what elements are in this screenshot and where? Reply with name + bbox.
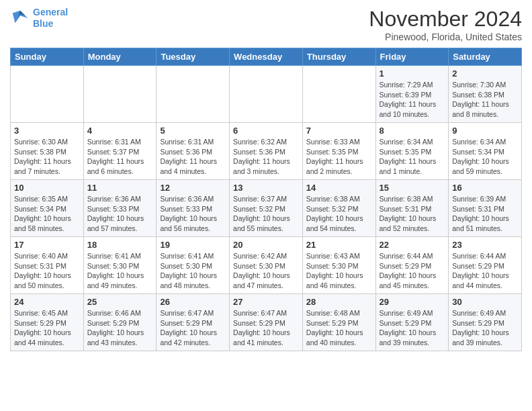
calendar-week-row: 24Sunrise: 6:45 AM Sunset: 5:29 PM Dayli… — [11, 294, 522, 351]
calendar-day-cell: 13Sunrise: 6:37 AM Sunset: 5:32 PM Dayli… — [230, 180, 303, 237]
day-number: 5 — [160, 126, 226, 136]
day-info: Sunrise: 6:33 AM Sunset: 5:35 PM Dayligh… — [306, 137, 372, 177]
day-info: Sunrise: 6:44 AM Sunset: 5:29 PM Dayligh… — [452, 251, 518, 291]
day-info: Sunrise: 6:49 AM Sunset: 5:29 PM Dayligh… — [452, 308, 518, 348]
month-title: November 2024 — [369, 7, 522, 32]
day-number: 4 — [87, 126, 153, 136]
day-number: 13 — [233, 183, 299, 193]
day-info: Sunrise: 6:37 AM Sunset: 5:32 PM Dayligh… — [233, 194, 299, 234]
calendar-header-cell: Wednesday — [230, 48, 303, 66]
day-number: 15 — [380, 183, 445, 193]
calendar-day-cell: 20Sunrise: 6:42 AM Sunset: 5:30 PM Dayli… — [230, 237, 303, 294]
day-number: 10 — [14, 183, 80, 193]
day-number: 7 — [306, 126, 372, 136]
day-number: 26 — [160, 297, 226, 307]
day-info: Sunrise: 6:42 AM Sunset: 5:30 PM Dayligh… — [233, 251, 299, 291]
day-info: Sunrise: 6:31 AM Sunset: 5:37 PM Dayligh… — [87, 137, 153, 177]
calendar-day-cell: 16Sunrise: 6:39 AM Sunset: 5:31 PM Dayli… — [449, 180, 522, 237]
day-number: 9 — [452, 126, 518, 136]
day-info: Sunrise: 6:40 AM Sunset: 5:31 PM Dayligh… — [14, 251, 80, 291]
calendar-body: 1Sunrise: 7:29 AM Sunset: 6:39 PM Daylig… — [11, 66, 522, 351]
calendar-day-cell: 6Sunrise: 6:32 AM Sunset: 5:36 PM Daylig… — [230, 123, 303, 180]
day-number: 12 — [160, 183, 226, 193]
day-info: Sunrise: 6:47 AM Sunset: 5:29 PM Dayligh… — [160, 308, 226, 348]
calendar-day-cell: 28Sunrise: 6:48 AM Sunset: 5:29 PM Dayli… — [302, 294, 375, 351]
day-number: 2 — [452, 68, 518, 79]
calendar-header-row: SundayMondayTuesdayWednesdayThursdayFrid… — [11, 48, 522, 66]
day-info: Sunrise: 6:30 AM Sunset: 5:38 PM Dayligh… — [14, 137, 80, 177]
day-info: Sunrise: 6:39 AM Sunset: 5:31 PM Dayligh… — [452, 194, 518, 234]
day-number: 6 — [233, 126, 299, 136]
day-number: 25 — [87, 297, 153, 307]
day-number: 24 — [14, 297, 80, 307]
calendar-day-cell — [302, 66, 375, 123]
calendar-day-cell: 12Sunrise: 6:36 AM Sunset: 5:33 PM Dayli… — [157, 180, 230, 237]
page: General Blue November 2024 Pinewood, Flo… — [0, 0, 532, 358]
calendar-day-cell: 4Sunrise: 6:31 AM Sunset: 5:37 PM Daylig… — [83, 123, 157, 180]
calendar-day-cell: 27Sunrise: 6:47 AM Sunset: 5:29 PM Dayli… — [230, 294, 303, 351]
day-info: Sunrise: 6:48 AM Sunset: 5:29 PM Dayligh… — [306, 308, 372, 348]
day-number: 20 — [233, 240, 299, 250]
day-info: Sunrise: 6:34 AM Sunset: 5:34 PM Dayligh… — [452, 137, 518, 177]
calendar-day-cell: 18Sunrise: 6:41 AM Sunset: 5:30 PM Dayli… — [83, 237, 157, 294]
calendar-week-row: 1Sunrise: 7:29 AM Sunset: 6:39 PM Daylig… — [11, 66, 522, 123]
calendar-header-cell: Monday — [83, 48, 157, 66]
calendar-day-cell: 11Sunrise: 6:36 AM Sunset: 5:33 PM Dayli… — [83, 180, 157, 237]
calendar-day-cell: 21Sunrise: 6:43 AM Sunset: 5:30 PM Dayli… — [302, 237, 375, 294]
calendar-week-row: 17Sunrise: 6:40 AM Sunset: 5:31 PM Dayli… — [11, 237, 522, 294]
location-subtitle: Pinewood, Florida, United States — [369, 32, 522, 42]
day-info: Sunrise: 6:44 AM Sunset: 5:29 PM Dayligh… — [380, 251, 445, 291]
day-info: Sunrise: 6:38 AM Sunset: 5:32 PM Dayligh… — [306, 194, 372, 234]
day-number: 14 — [306, 183, 372, 193]
day-info: Sunrise: 6:32 AM Sunset: 5:36 PM Dayligh… — [233, 137, 299, 177]
logo-icon — [10, 8, 30, 28]
calendar-day-cell: 26Sunrise: 6:47 AM Sunset: 5:29 PM Dayli… — [157, 294, 230, 351]
calendar-day-cell: 23Sunrise: 6:44 AM Sunset: 5:29 PM Dayli… — [449, 237, 522, 294]
calendar-day-cell — [230, 66, 303, 123]
day-number: 30 — [452, 297, 518, 307]
day-number: 21 — [306, 240, 372, 250]
day-info: Sunrise: 6:41 AM Sunset: 5:30 PM Dayligh… — [160, 251, 226, 291]
day-info: Sunrise: 6:41 AM Sunset: 5:30 PM Dayligh… — [87, 251, 153, 291]
day-number: 8 — [380, 126, 445, 136]
day-info: Sunrise: 7:30 AM Sunset: 6:38 PM Dayligh… — [452, 80, 518, 120]
day-number: 1 — [380, 68, 445, 79]
calendar-header-cell: Tuesday — [157, 48, 230, 66]
calendar-week-row: 3Sunrise: 6:30 AM Sunset: 5:38 PM Daylig… — [11, 123, 522, 180]
calendar-day-cell: 10Sunrise: 6:35 AM Sunset: 5:34 PM Dayli… — [11, 180, 84, 237]
calendar-day-cell: 3Sunrise: 6:30 AM Sunset: 5:38 PM Daylig… — [11, 123, 84, 180]
calendar-day-cell: 8Sunrise: 6:34 AM Sunset: 5:35 PM Daylig… — [375, 123, 449, 180]
logo-text: General Blue — [33, 7, 68, 30]
day-number: 23 — [452, 240, 518, 250]
day-number: 19 — [160, 240, 226, 250]
day-number: 16 — [452, 183, 518, 193]
day-info: Sunrise: 7:29 AM Sunset: 6:39 PM Dayligh… — [380, 80, 445, 120]
day-info: Sunrise: 6:43 AM Sunset: 5:30 PM Dayligh… — [306, 251, 372, 291]
calendar-day-cell — [157, 66, 230, 123]
calendar-day-cell: 22Sunrise: 6:44 AM Sunset: 5:29 PM Dayli… — [375, 237, 449, 294]
calendar-header-cell: Saturday — [449, 48, 522, 66]
day-info: Sunrise: 6:36 AM Sunset: 5:33 PM Dayligh… — [160, 194, 226, 234]
day-number: 18 — [87, 240, 153, 250]
calendar-day-cell: 5Sunrise: 6:31 AM Sunset: 5:36 PM Daylig… — [157, 123, 230, 180]
calendar-week-row: 10Sunrise: 6:35 AM Sunset: 5:34 PM Dayli… — [11, 180, 522, 237]
calendar-day-cell: 29Sunrise: 6:49 AM Sunset: 5:29 PM Dayli… — [375, 294, 449, 351]
calendar-day-cell: 15Sunrise: 6:38 AM Sunset: 5:31 PM Dayli… — [375, 180, 449, 237]
calendar-day-cell — [11, 66, 84, 123]
calendar-header-cell: Friday — [375, 48, 449, 66]
calendar-header-cell: Sunday — [11, 48, 84, 66]
day-info: Sunrise: 6:49 AM Sunset: 5:29 PM Dayligh… — [380, 308, 445, 348]
calendar-day-cell: 25Sunrise: 6:46 AM Sunset: 5:29 PM Dayli… — [83, 294, 157, 351]
day-number: 3 — [14, 126, 80, 136]
calendar-day-cell: 24Sunrise: 6:45 AM Sunset: 5:29 PM Dayli… — [11, 294, 84, 351]
day-info: Sunrise: 6:31 AM Sunset: 5:36 PM Dayligh… — [160, 137, 226, 177]
day-number: 27 — [233, 297, 299, 307]
calendar-day-cell: 7Sunrise: 6:33 AM Sunset: 5:35 PM Daylig… — [302, 123, 375, 180]
calendar-day-cell: 2Sunrise: 7:30 AM Sunset: 6:38 PM Daylig… — [449, 66, 522, 123]
day-number: 28 — [306, 297, 372, 307]
calendar-day-cell: 14Sunrise: 6:38 AM Sunset: 5:32 PM Dayli… — [302, 180, 375, 237]
calendar-day-cell: 9Sunrise: 6:34 AM Sunset: 5:34 PM Daylig… — [449, 123, 522, 180]
day-number: 17 — [14, 240, 80, 250]
day-info: Sunrise: 6:35 AM Sunset: 5:34 PM Dayligh… — [14, 194, 80, 234]
day-info: Sunrise: 6:45 AM Sunset: 5:29 PM Dayligh… — [14, 308, 80, 348]
